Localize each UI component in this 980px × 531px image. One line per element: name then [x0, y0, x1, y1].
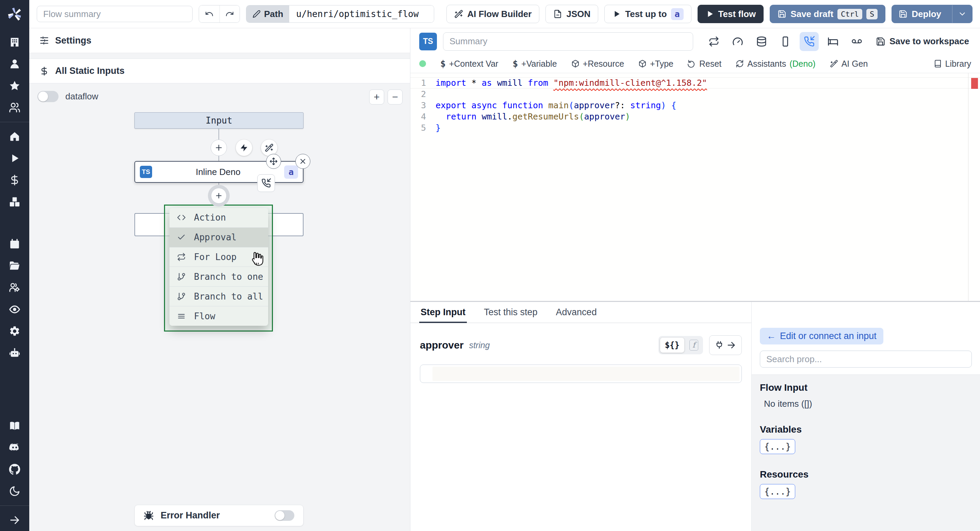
json-label: JSON [566, 9, 590, 19]
sidebar-audit-logs-icon[interactable] [0, 298, 29, 320]
rotate-ccw-icon [688, 59, 696, 68]
resources-object-chip[interactable]: {...} [760, 484, 795, 499]
kbd-ctrl: Ctrl [837, 9, 862, 19]
flow-graph: dataflow + − Input TS Inline Deno a [29, 83, 410, 531]
flow-input-node[interactable]: Input [134, 112, 304, 129]
save-to-workspace-button[interactable]: Save to workspace [876, 36, 969, 47]
sidebar-github-icon[interactable] [0, 459, 29, 480]
sidebar-user-icon[interactable] [0, 53, 29, 75]
add-variable-button[interactable]: $ +Variable [512, 59, 557, 69]
retries-icon[interactable] [705, 32, 724, 51]
sidebar-workers-icon[interactable] [0, 277, 29, 298]
edit-or-connect-button[interactable]: ← Edit or connect an input [760, 328, 883, 344]
insert-step-button-active[interactable] [208, 185, 230, 207]
field-name: approver [420, 340, 463, 351]
error-handler-card[interactable]: Error Handler [134, 505, 304, 526]
flow-settings-button[interactable]: Settings [29, 28, 410, 53]
fn-mode-button[interactable]: f [686, 340, 701, 351]
menu-item-action[interactable]: Action [169, 208, 268, 227]
move-step-button[interactable] [266, 154, 281, 169]
menu-item-branch-to-all[interactable]: Branch to all [169, 286, 268, 306]
bolt-icon [240, 143, 248, 152]
sidebar-schedules-icon[interactable] [0, 233, 29, 255]
delete-step-button[interactable] [295, 154, 310, 169]
all-static-inputs-button[interactable]: All Static Inputs [29, 59, 410, 83]
save-draft-button[interactable]: Save draft Ctrl S [770, 5, 885, 23]
edit-path-button[interactable]: Path [247, 5, 289, 22]
json-button[interactable]: JSON [546, 5, 598, 23]
zoom-in-button[interactable]: + [369, 89, 384, 105]
suspend-approval-icon[interactable] [800, 32, 819, 51]
move-icon [269, 157, 278, 166]
ai-suggest-button[interactable] [261, 140, 277, 156]
error-handler-toggle[interactable] [275, 510, 294, 521]
sidebar-favorites-icon[interactable] [0, 75, 29, 97]
add-type-button[interactable]: +Type [638, 59, 673, 69]
trigger-button[interactable] [236, 140, 252, 156]
deploy-button[interactable]: Deploy [891, 5, 972, 23]
dollar-icon: $ [440, 59, 446, 69]
menu-item-flow[interactable]: Flow [169, 306, 268, 326]
ai-flow-builder-button[interactable]: AI Flow Builder [447, 5, 539, 23]
sidebar-resources-icon[interactable] [0, 191, 29, 213]
tab-advanced[interactable]: Advanced [555, 302, 598, 323]
zoom-out-button[interactable]: − [388, 89, 402, 105]
settings-label: Settings [55, 35, 92, 46]
editor-toolbar: $ +Context Var $ +Variable +Resource +Ty… [410, 54, 980, 73]
assistants-lang: (Deno) [789, 59, 815, 69]
approver-value-input[interactable] [420, 365, 742, 383]
book-icon [934, 59, 942, 68]
flow-summary-input[interactable] [37, 6, 192, 22]
sidebar-workspace-icon[interactable] [0, 31, 29, 53]
reset-button[interactable]: Reset [688, 59, 721, 69]
code-editor[interactable]: 1 import * as wmill from "npm:windmill-c… [410, 73, 980, 301]
connect-input-button[interactable] [709, 335, 742, 355]
add-context-var-button[interactable]: $ +Context Var [440, 59, 498, 69]
ai-gen-button[interactable]: AI Gen [830, 59, 868, 69]
git-branch-icon [177, 292, 186, 301]
library-button[interactable]: Library [934, 59, 971, 69]
cache-icon[interactable] [752, 32, 771, 51]
add-resource-button[interactable]: +Resource [571, 59, 624, 69]
code-line-1: import * as wmill from "npm:windmill-cli… [436, 78, 707, 88]
tab-step-input[interactable]: Step Input [419, 302, 467, 323]
concurrency-icon[interactable] [728, 32, 747, 51]
sidebar-dark-mode-icon[interactable] [0, 480, 29, 502]
early-stop-icon[interactable] [776, 32, 795, 51]
menu-item-branch-to-one[interactable]: Branch to one [169, 266, 268, 286]
sidebar-discord-icon[interactable] [0, 437, 29, 459]
step-id-badge: a [284, 166, 298, 179]
mock-icon[interactable] [847, 32, 866, 51]
sidebar-expand-icon[interactable] [0, 509, 29, 531]
test-flow-label: Test flow [718, 9, 756, 19]
deploy-dropdown-button[interactable] [952, 5, 972, 23]
undo-button[interactable] [199, 5, 219, 22]
sidebar-docs-icon[interactable] [0, 415, 29, 437]
assistants-button[interactable]: Assistants (Deno) [736, 59, 815, 69]
dataflow-toggle[interactable] [37, 91, 59, 102]
step-summary-input[interactable] [443, 32, 693, 51]
dollar-icon [40, 66, 49, 76]
sidebar-settings-icon[interactable] [0, 320, 29, 342]
app-sidebar [0, 0, 29, 531]
wand-icon [830, 59, 838, 68]
test-flow-button[interactable]: Test flow [698, 5, 764, 23]
path-value[interactable]: u/henri/optimistic_flow [289, 5, 434, 22]
test-up-to-button[interactable]: Test up to a [605, 5, 691, 23]
sidebar-groups-icon[interactable] [0, 97, 29, 118]
sidebar-ai-icon[interactable] [0, 342, 29, 364]
add-step-button[interactable] [211, 140, 227, 156]
sidebar-home-icon[interactable] [0, 126, 29, 147]
menu-item-approval[interactable]: Approval [169, 227, 268, 247]
step-config-icons: Save to workspace [705, 32, 971, 51]
tab-test-this-step[interactable]: Test this step [482, 302, 539, 323]
sidebar-variables-icon[interactable] [0, 169, 29, 191]
sidebar-folders-icon[interactable] [0, 255, 29, 277]
windmill-logo-icon[interactable] [6, 5, 24, 23]
search-prop-input[interactable] [760, 351, 972, 368]
sidebar-runs-icon[interactable] [0, 147, 29, 169]
expr-mode-button[interactable]: ${} [660, 338, 684, 352]
sleep-icon[interactable] [824, 32, 843, 51]
redo-button[interactable] [220, 5, 240, 22]
variables-object-chip[interactable]: {...} [760, 439, 795, 454]
